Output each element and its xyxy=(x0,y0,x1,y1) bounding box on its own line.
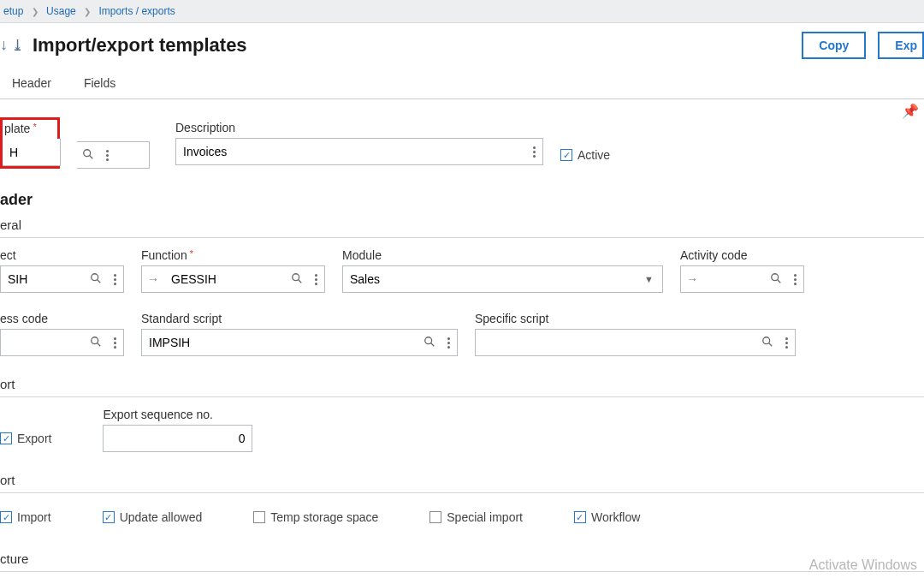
export-button[interactable]: Exp xyxy=(878,32,924,59)
temp-storage-label: Temp storage space xyxy=(270,510,378,524)
svg-point-0 xyxy=(84,149,91,156)
pin-icon[interactable]: 📌 xyxy=(902,103,919,119)
export-checkbox-label: Export xyxy=(17,432,51,445)
arrow-down-icon[interactable]: ↓ xyxy=(0,36,8,55)
svg-line-5 xyxy=(299,279,302,283)
header-section-title: ader xyxy=(0,191,924,209)
svg-line-9 xyxy=(98,343,101,346)
specific-script-label: Specific script xyxy=(475,312,796,325)
breadcrumb-setup[interactable]: etup xyxy=(3,5,23,17)
temp-storage-checkbox[interactable] xyxy=(253,511,265,523)
svg-point-2 xyxy=(92,273,98,280)
page-title: Import/export templates xyxy=(33,34,802,57)
workflow-label: Workflow xyxy=(591,510,640,524)
svg-line-1 xyxy=(90,155,93,158)
copy-button[interactable]: Copy xyxy=(802,32,866,59)
specific-script-input[interactable] xyxy=(476,330,756,355)
module-label: Module xyxy=(342,248,663,262)
export-seq-input[interactable] xyxy=(104,426,252,451)
function-label: Function xyxy=(141,248,325,262)
search-icon[interactable] xyxy=(418,336,441,350)
function-input[interactable] xyxy=(164,266,286,292)
svg-point-4 xyxy=(293,273,299,280)
chevron-right-icon: ❯ xyxy=(32,7,38,16)
import-subsection: ort xyxy=(0,473,924,487)
more-icon[interactable] xyxy=(107,274,123,285)
update-allowed-label: Update allowed xyxy=(120,510,203,524)
workflow-checkbox[interactable]: ✓ xyxy=(574,511,586,523)
more-icon[interactable] xyxy=(308,274,324,285)
access-code-input[interactable] xyxy=(1,330,85,355)
export-seq-label: Export sequence no. xyxy=(103,408,252,421)
svg-line-7 xyxy=(778,279,781,283)
structure-subsection: cture xyxy=(0,551,924,566)
export-subsection: ort xyxy=(0,377,924,391)
export-checkbox[interactable]: ✓ xyxy=(0,432,12,444)
svg-point-8 xyxy=(92,337,98,343)
svg-line-11 xyxy=(431,343,435,346)
svg-line-3 xyxy=(98,279,101,283)
search-icon[interactable] xyxy=(756,336,779,350)
more-icon[interactable] xyxy=(787,274,803,285)
breadcrumb-imports[interactable]: Imports / exports xyxy=(98,5,175,17)
activity-code-input[interactable] xyxy=(703,266,765,292)
svg-point-6 xyxy=(772,273,779,280)
arrow-underline-down-icon[interactable]: ⤓ xyxy=(11,36,24,55)
description-label: Description xyxy=(175,121,543,134)
template-label: plate xyxy=(3,120,57,135)
more-icon[interactable] xyxy=(107,337,123,349)
arrow-right-icon: → xyxy=(681,272,703,286)
template-input[interactable] xyxy=(3,139,60,165)
search-icon[interactable] xyxy=(286,272,308,287)
object-label: ect xyxy=(0,248,124,262)
svg-line-13 xyxy=(769,343,773,346)
search-icon[interactable] xyxy=(85,272,107,287)
breadcrumb: etup ❯ Usage ❯ Imports / exports xyxy=(0,0,924,23)
more-icon[interactable] xyxy=(99,150,116,161)
search-icon[interactable] xyxy=(77,148,99,163)
more-icon[interactable] xyxy=(526,146,542,158)
active-label: Active xyxy=(578,148,610,162)
more-icon[interactable] xyxy=(441,337,457,349)
general-subsection: eral xyxy=(0,217,924,232)
active-checkbox[interactable]: ✓ xyxy=(560,149,572,161)
template-field-highlight: plate xyxy=(0,117,60,169)
chevron-right-icon: ❯ xyxy=(84,7,91,16)
search-icon[interactable] xyxy=(765,272,787,287)
object-input[interactable] xyxy=(1,266,85,292)
chevron-down-icon[interactable]: ▼ xyxy=(636,274,662,284)
title-bar: ↓ ⤓ Import/export templates Copy Exp xyxy=(0,23,924,66)
more-icon[interactable] xyxy=(779,337,795,349)
breadcrumb-usage[interactable]: Usage xyxy=(46,5,76,17)
search-icon[interactable] xyxy=(85,336,107,350)
import-checkbox-label: Import xyxy=(17,510,51,524)
tabs: Header Fields xyxy=(0,66,924,99)
import-checkbox[interactable]: ✓ xyxy=(0,511,12,523)
tab-header[interactable]: Header xyxy=(9,71,55,98)
activity-code-label: Activity code xyxy=(680,248,804,262)
standard-script-label: Standard script xyxy=(141,312,458,325)
special-import-checkbox[interactable] xyxy=(429,511,441,523)
update-allowed-checkbox[interactable]: ✓ xyxy=(103,511,115,523)
standard-script-input[interactable] xyxy=(142,330,418,355)
access-code-label: ess code xyxy=(0,312,124,325)
arrow-right-icon: → xyxy=(142,272,164,286)
svg-point-10 xyxy=(425,337,432,343)
tab-fields[interactable]: Fields xyxy=(80,71,119,98)
description-input[interactable] xyxy=(176,139,526,164)
special-import-label: Special import xyxy=(447,510,523,524)
svg-point-12 xyxy=(763,337,770,343)
module-select[interactable] xyxy=(343,266,636,292)
